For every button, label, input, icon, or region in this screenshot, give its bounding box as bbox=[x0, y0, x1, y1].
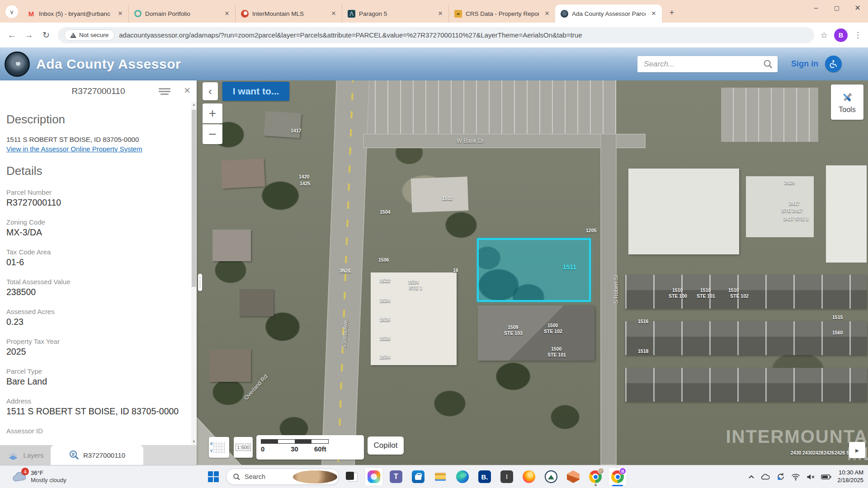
parcel-number-label: STE 102 bbox=[544, 328, 562, 334]
tab-parcel-result[interactable]: R3727000110 bbox=[51, 445, 143, 465]
scale-bar-ticks: 03060ft bbox=[261, 445, 329, 454]
onedrive-icon[interactable] bbox=[760, 474, 770, 480]
taskbar-firefox-icon[interactable] bbox=[519, 467, 538, 486]
parcel-tab-label: R3727000110 bbox=[83, 451, 125, 459]
scrollbar-thumb[interactable] bbox=[192, 110, 196, 287]
copilot-button[interactable]: Copilot bbox=[368, 436, 404, 455]
parcel-number-label: 16 bbox=[453, 267, 458, 273]
parcel-number-label: STE 2417 bbox=[782, 208, 803, 213]
chevron-up-icon[interactable] bbox=[748, 474, 755, 479]
panel-close-icon[interactable]: × bbox=[184, 84, 190, 97]
collapse-panel-button[interactable]: ‹ bbox=[203, 82, 218, 100]
taskbar-task-view-icon[interactable] bbox=[342, 467, 361, 486]
zoom-in-button[interactable]: + bbox=[203, 103, 222, 123]
site-search-input[interactable] bbox=[637, 56, 778, 72]
taskbar-teams-icon[interactable] bbox=[387, 467, 406, 486]
parcel-number-label: 2429 bbox=[784, 180, 795, 185]
tab-close-icon[interactable]: × bbox=[542, 9, 552, 18]
browser-tab[interactable]: Domain Portfolio× bbox=[128, 5, 235, 23]
battery-icon[interactable] bbox=[821, 474, 831, 480]
map-canvas[interactable]: 1511 1417142014251502150412051506163N2E1… bbox=[197, 80, 868, 465]
taskbar-chrome-icon[interactable] bbox=[586, 467, 605, 486]
panel-menu-icon[interactable] bbox=[159, 87, 170, 96]
scroll-up-icon[interactable]: ▲ bbox=[191, 102, 197, 108]
assessor-system-link[interactable]: View in the Assessor Online Property Sys… bbox=[6, 145, 142, 153]
browser-tab[interactable]: Inbox (5) - bryant@urbanc× bbox=[22, 5, 128, 23]
accessibility-icon[interactable] bbox=[825, 56, 842, 72]
taskbar-booking-icon[interactable] bbox=[475, 467, 494, 486]
parcel-number-label: 1500 bbox=[547, 323, 558, 328]
map-corner-button[interactable]: ▸ bbox=[849, 442, 865, 458]
weather-widget[interactable]: 4 36°F Mostly cloudy bbox=[12, 469, 66, 484]
browser-menu-icon[interactable]: ⋮ bbox=[854, 30, 862, 40]
browser-tab[interactable]: InterMountain MLS× bbox=[235, 5, 342, 23]
scroll-down-icon[interactable]: ▼ bbox=[191, 439, 197, 445]
search-icon bbox=[233, 473, 241, 481]
taskbar-cube-app-icon[interactable] bbox=[564, 467, 583, 486]
taskbar-trail-app-icon[interactable] bbox=[542, 467, 561, 486]
tab-close-icon[interactable]: × bbox=[649, 9, 658, 18]
start-button[interactable] bbox=[204, 467, 223, 486]
maximize-button[interactable]: ▢ bbox=[826, 0, 847, 15]
security-chip[interactable]: Not secure bbox=[64, 29, 114, 41]
taskbar-copilot-icon[interactable] bbox=[364, 467, 383, 486]
browser-tab[interactable]: Paragon 5× bbox=[342, 5, 448, 23]
profile-avatar[interactable]: B bbox=[834, 28, 848, 42]
new-tab-button[interactable]: + bbox=[665, 6, 678, 19]
parcel-info-panel: R3727000110 × Description 1511 S ROBERT … bbox=[0, 80, 197, 465]
sync-icon[interactable] bbox=[776, 472, 785, 481]
taskbar-search[interactable]: Search bbox=[226, 469, 339, 485]
parcel-number-label: 1524 bbox=[408, 279, 419, 285]
description-heading: Description bbox=[6, 113, 189, 127]
tab-close-icon[interactable]: × bbox=[436, 9, 445, 18]
omnibox[interactable]: Not secure adacountyassessor.org/adamaps… bbox=[58, 27, 814, 43]
taskbar-file-explorer-icon[interactable] bbox=[431, 467, 450, 486]
weather-text: 36°F Mostly cloudy bbox=[31, 469, 66, 484]
tab-close-icon[interactable]: × bbox=[329, 9, 338, 18]
tab-search-icon[interactable]: ∨ bbox=[5, 5, 18, 18]
parcel-number-label: 1509 bbox=[508, 324, 518, 330]
taskbar-app-i-icon[interactable] bbox=[497, 467, 516, 486]
taskbar-chrome-icon[interactable]: B bbox=[608, 467, 627, 486]
url-text[interactable]: adacountyassessor.org/adamaps/?run=zoom2… bbox=[119, 31, 582, 39]
search-highlight-icon[interactable] bbox=[293, 470, 337, 483]
field-value: 0.23 bbox=[6, 317, 189, 327]
browser-tab[interactable]: Ada County Assessor Parce× bbox=[555, 5, 662, 23]
active-indicator bbox=[612, 485, 623, 486]
wifi-icon[interactable] bbox=[791, 473, 800, 481]
tab-close-icon[interactable]: × bbox=[116, 9, 125, 18]
panel-resize-handle[interactable] bbox=[198, 274, 202, 291]
layers-icon bbox=[7, 450, 19, 460]
cloud-weather-icon: 4 bbox=[12, 471, 27, 482]
minimize-button[interactable]: ─ bbox=[806, 0, 826, 15]
tools-label: Tools bbox=[839, 106, 855, 114]
taskbar-store-icon[interactable] bbox=[409, 467, 428, 486]
tools-button[interactable]: Tools bbox=[831, 84, 863, 120]
tab-title: Paragon 5 bbox=[359, 10, 432, 17]
bookmark-star-icon[interactable]: ☆ bbox=[821, 30, 828, 40]
parcel-number-label: 1502 bbox=[442, 196, 453, 201]
crs-favicon bbox=[454, 10, 462, 18]
coordinates-button[interactable] bbox=[209, 437, 229, 458]
field-value: R3727000110 bbox=[6, 197, 189, 208]
map-scale-input[interactable]: 1:500 bbox=[234, 437, 253, 458]
zoom-out-button[interactable]: − bbox=[203, 124, 222, 144]
volume-muted-icon[interactable] bbox=[806, 473, 815, 481]
forward-icon[interactable]: → bbox=[24, 30, 34, 40]
i-want-to-button[interactable]: I want to... bbox=[222, 82, 289, 101]
site-title: Ada County Assessor bbox=[36, 56, 181, 72]
taskbar-edge-icon[interactable] bbox=[453, 467, 472, 486]
tab-layers[interactable]: Layers bbox=[0, 445, 51, 465]
field-value: 01-6 bbox=[6, 257, 189, 267]
taskbar-clock[interactable]: 10:30 AM 2/18/2025 bbox=[837, 469, 863, 484]
browser-tab[interactable]: CRS Data - Property Repor× bbox=[448, 5, 555, 23]
search-icon[interactable] bbox=[763, 59, 773, 69]
parcel-number-label: STE 101 bbox=[547, 352, 566, 357]
close-button[interactable]: ✕ bbox=[847, 0, 868, 15]
sign-in-link[interactable]: Sign in bbox=[791, 59, 818, 69]
panel-scrollbar[interactable]: ▲ ▼ bbox=[191, 102, 197, 445]
reload-icon[interactable]: ↻ bbox=[41, 30, 52, 40]
tab-close-icon[interactable]: × bbox=[222, 9, 231, 18]
back-icon[interactable]: ← bbox=[6, 30, 17, 40]
parcel-number-label: 1515 bbox=[832, 314, 843, 320]
